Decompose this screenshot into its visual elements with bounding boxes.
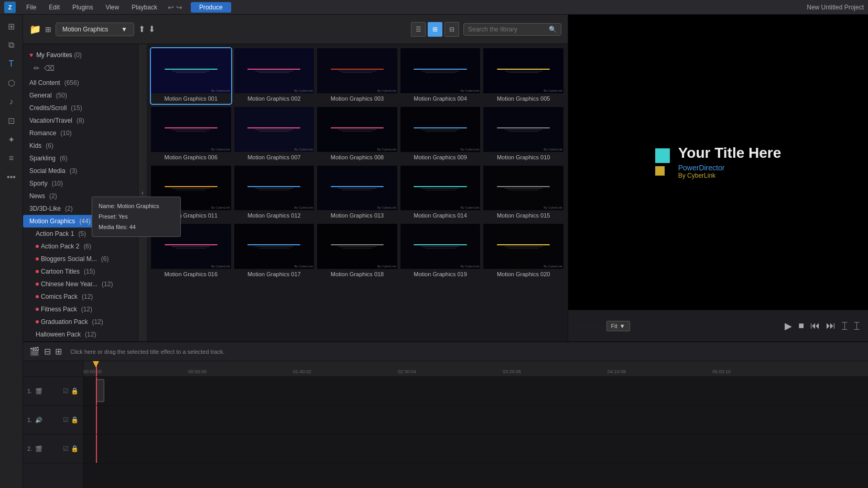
sidebar-item-romance[interactable]: Romance (10) xyxy=(23,127,138,139)
menu-view[interactable]: View xyxy=(103,3,121,12)
sidebar-item-vacation/travel[interactable]: Vacation/Travel (8) xyxy=(23,114,138,127)
sidebar-item-3d/3d-like[interactable]: 3D/3D-Like (2) xyxy=(23,202,138,215)
track-lock-icon-2[interactable]: 🔒 xyxy=(71,445,79,452)
tool-chapter[interactable]: ≡ xyxy=(3,150,20,167)
stop-btn[interactable]: ■ xyxy=(798,320,804,331)
thumbnail-item-012[interactable]: By CyberLinkMotion Graphics 012 xyxy=(234,166,314,221)
folder-icon[interactable]: 📁 xyxy=(29,24,41,35)
redo-icon[interactable]: ↪ xyxy=(176,3,182,12)
thumbnail-item-010[interactable]: By CyberLinkMotion Graphics 010 xyxy=(483,107,563,162)
sidebar-item-general[interactable]: General (50) xyxy=(23,89,138,102)
sidebar-item-credits/scroll[interactable]: Credits/Scroll (15) xyxy=(23,102,138,114)
fit-arrow: ▼ xyxy=(620,323,625,329)
category-count: (6) xyxy=(101,255,109,263)
collapse-sidebar[interactable]: ‹ xyxy=(138,44,147,341)
thumbnail-item-014[interactable]: By CyberLinkMotion Graphics 014 xyxy=(400,166,481,221)
thumbnail-item-017[interactable]: By CyberLinkMotion Graphics 017 xyxy=(234,224,314,279)
large-grid-view-btn[interactable]: ⊟ xyxy=(444,22,459,37)
sidebar-item-kids[interactable]: Kids (6) xyxy=(23,139,138,152)
eraser-icon[interactable]: ⌫ xyxy=(44,64,55,72)
sidebar-item-motiongraphics[interactable]: Motion Graphics (44) xyxy=(23,215,138,227)
folder-add-icon[interactable]: ⊞ xyxy=(45,25,51,34)
next-frame-btn[interactable]: ⏭ xyxy=(826,320,836,331)
import-icon[interactable]: ⬆ xyxy=(138,24,145,34)
sidebar-item-news[interactable]: News (2) xyxy=(23,190,138,202)
tool-pip[interactable]: ⊡ xyxy=(3,112,20,129)
track-check-icon-2[interactable]: ☑ xyxy=(63,445,69,452)
category-count: (10) xyxy=(60,129,71,137)
thumbnail-item-013[interactable]: By CyberLinkMotion Graphics 013 xyxy=(317,166,397,221)
tool-transitions[interactable]: ⬡ xyxy=(3,74,20,91)
track-check-icon-a[interactable]: ☑ xyxy=(63,416,69,424)
thumbnail-item-016[interactable]: By CyberLinkMotion Graphics 016 xyxy=(151,224,231,279)
sidebar-item-comicspack[interactable]: Comics Pack (12) xyxy=(23,290,138,303)
sidebar-item-sporty[interactable]: Sporty (10) xyxy=(23,177,138,190)
sidebar-item-allcontent[interactable]: All Content (656) xyxy=(23,77,138,89)
menu-playback[interactable]: Playback xyxy=(129,3,159,12)
playhead-arrow[interactable] xyxy=(93,361,99,367)
thumbnail-item-011[interactable]: By CyberLinkMotion Graphics 011 xyxy=(151,166,231,221)
export-icon[interactable]: ⬇ xyxy=(148,24,155,34)
sidebar-item-fitnesspack[interactable]: Fitness Pack (12) xyxy=(23,303,138,316)
tool-particle[interactable]: ✦ xyxy=(3,131,20,148)
timeline-video-icon[interactable]: 🎬 xyxy=(29,346,40,356)
thumbnail-item-007[interactable]: By CyberLinkMotion Graphics 007 xyxy=(234,107,314,162)
list-view-btn[interactable]: ☰ xyxy=(411,22,426,37)
tool-audio[interactable]: ♪ xyxy=(3,93,20,110)
track-lock-icon-a[interactable]: 🔒 xyxy=(71,416,79,424)
mark-in-btn[interactable]: ⌶ xyxy=(842,320,848,331)
thumbnail-item-009[interactable]: By CyberLinkMotion Graphics 009 xyxy=(400,107,481,162)
track-check-icon[interactable]: ☑ xyxy=(63,387,69,395)
thumbnail-label-014: Motion Graphics 014 xyxy=(400,210,481,221)
track-label-2v: 2. 🎬 ☑ 🔒 xyxy=(23,435,83,463)
favorites-row[interactable]: ♥ My Favorites (0) xyxy=(23,48,138,62)
category-count: (656) xyxy=(64,79,79,86)
timeline-snap-icon[interactable]: ⊟ xyxy=(44,346,51,356)
mark-out-btn[interactable]: ⌶ xyxy=(854,320,860,331)
time-mark-6: 05:00:10 xyxy=(712,369,731,374)
sidebar-item-graduationpack[interactable]: Graduation Pack (12) xyxy=(23,316,138,328)
thumbnail-item-020[interactable]: By CyberLinkMotion Graphics 020 xyxy=(483,224,563,279)
thumbnail-item-001[interactable]: By CyberLinkMotion Graphics 001 xyxy=(151,48,231,104)
tool-titles[interactable]: T xyxy=(3,56,20,72)
menu-plugins[interactable]: Plugins xyxy=(70,3,95,12)
thumbnail-image-016: By CyberLink xyxy=(151,224,231,269)
tool-media[interactable]: ⊞ xyxy=(3,18,20,35)
thumbnail-item-002[interactable]: By CyberLinkMotion Graphics 002 xyxy=(234,48,314,104)
menu-edit[interactable]: Edit xyxy=(47,3,62,12)
tool-effects[interactable]: ⧉ xyxy=(3,37,20,53)
prev-frame-btn[interactable]: ⏮ xyxy=(810,320,820,331)
thumbnail-item-006[interactable]: By CyberLinkMotion Graphics 006 xyxy=(151,107,231,162)
track-lock-icon[interactable]: 🔒 xyxy=(71,387,79,395)
category-dropdown[interactable]: Motion Graphics ▼ xyxy=(56,23,134,36)
fit-dropdown[interactable]: Fit ▼ xyxy=(606,321,630,331)
thumbnail-item-003[interactable]: By CyberLinkMotion Graphics 003 xyxy=(317,48,397,104)
tool-more[interactable]: ••• xyxy=(3,169,20,186)
thumbnail-item-008[interactable]: By CyberLinkMotion Graphics 008 xyxy=(317,107,397,162)
search-input[interactable] xyxy=(468,26,547,33)
thumbnail-item-019[interactable]: By CyberLinkMotion Graphics 019 xyxy=(400,224,481,279)
timeline-marker-icon[interactable]: ⊞ xyxy=(55,346,62,356)
menu-file[interactable]: File xyxy=(24,3,38,12)
sidebar-item-halloweenpack[interactable]: Halloween Pack (12) xyxy=(23,328,138,341)
produce-button[interactable]: Produce xyxy=(191,2,231,13)
undo-icon[interactable]: ↩ xyxy=(168,3,174,12)
category-count: (2) xyxy=(49,192,57,200)
thumbnail-image-020: By CyberLink xyxy=(483,224,563,269)
timeline-toolbar: 🎬 ⊟ ⊞ Click here or drag the selected ti… xyxy=(23,342,868,361)
grid-view-btn[interactable]: ⊞ xyxy=(428,22,442,37)
pen-icon[interactable]: ✏ xyxy=(34,64,40,72)
sidebar-item-bloggerssocialm...[interactable]: Bloggers Social M... (6) xyxy=(23,253,138,265)
sidebar-item-cartoontitles[interactable]: Cartoon Titles (15) xyxy=(23,265,138,278)
sidebar-item-actionpack1[interactable]: Action Pack 1 (5) xyxy=(23,227,138,240)
thumbnail-item-004[interactable]: By CyberLinkMotion Graphics 004 xyxy=(400,48,481,104)
track-clip-1[interactable] xyxy=(96,379,104,402)
thumbnail-item-005[interactable]: By CyberLinkMotion Graphics 005 xyxy=(483,48,563,104)
sidebar-item-socialmedia[interactable]: Social Media (3) xyxy=(23,165,138,177)
sidebar-item-sparkling[interactable]: Sparkling (6) xyxy=(23,152,138,165)
play-btn[interactable]: ▶ xyxy=(785,320,792,332)
sidebar-item-actionpack2[interactable]: Action Pack 2 (6) xyxy=(23,240,138,253)
thumbnail-item-018[interactable]: By CyberLinkMotion Graphics 018 xyxy=(317,224,397,279)
thumbnail-item-015[interactable]: By CyberLinkMotion Graphics 015 xyxy=(483,166,563,221)
sidebar-item-chinesenewyear...[interactable]: Chinese New Year... (12) xyxy=(23,278,138,290)
